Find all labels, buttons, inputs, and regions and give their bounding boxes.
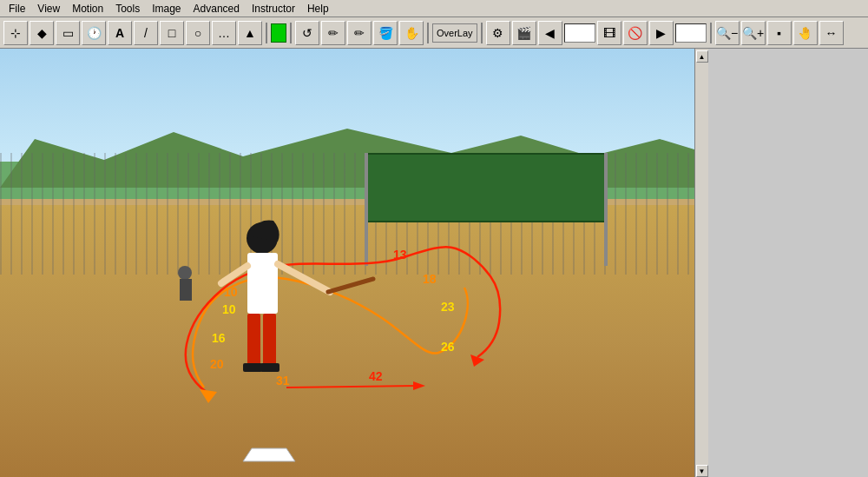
pencil-button[interactable]: ✏ [321, 21, 345, 45]
hand-tool-button[interactable]: ✋ [399, 21, 424, 45]
separator-4 [481, 23, 483, 43]
ellipse-tool-button[interactable]: ○ [186, 21, 210, 45]
select-tool-button[interactable]: ⊹ [3, 21, 28, 45]
scroll-track [696, 63, 708, 465]
main-area: 10 10 16 20 13 18 23 26 31 42 [0, 49, 868, 477]
film-button[interactable]: 🎬 [512, 21, 536, 45]
video-frame: 10 10 16 20 13 18 23 26 31 42 [0, 49, 694, 477]
dotted-tool-button[interactable]: … [212, 21, 236, 45]
frame-count-input[interactable]: 13 [675, 23, 707, 43]
menu-image[interactable]: Image [147, 2, 186, 16]
text-tool-button[interactable]: A [108, 21, 132, 45]
scroll-up-button[interactable]: ▲ [696, 50, 708, 63]
undo-button[interactable]: ↺ [295, 21, 319, 45]
polygon-tool-button[interactable]: ◆ [30, 21, 54, 45]
zoom-in-button[interactable]: 🔍+ [741, 21, 766, 45]
menu-tools[interactable]: Tools [110, 2, 145, 16]
rect-tool-button[interactable]: ▭ [56, 21, 80, 45]
separator-1 [266, 23, 267, 43]
menu-help[interactable]: Help [302, 2, 334, 16]
canvas-area: 10 10 16 20 13 18 23 26 31 42 [0, 49, 694, 477]
menu-instructor[interactable]: Instructor [247, 2, 300, 16]
menu-file[interactable]: File [3, 2, 30, 16]
prev-frame-button[interactable]: ◀ [538, 21, 562, 45]
eraser-button[interactable]: ✏ [347, 21, 372, 45]
overlay-button[interactable]: OverLay [432, 23, 477, 43]
separator-2 [290, 23, 292, 43]
settings-button[interactable]: ⚙ [486, 21, 510, 45]
fill-button[interactable]: 🪣 [373, 21, 398, 45]
menubar: File View Motion Tools Image Advanced In… [0, 0, 868, 17]
separator-5 [710, 23, 712, 43]
menu-view[interactable]: View [32, 2, 65, 16]
frame-number-input[interactable]: 1 [564, 23, 595, 43]
film2-button[interactable]: 🎞 [597, 21, 621, 45]
pan-button[interactable]: 🤚 [793, 21, 818, 45]
scroll-down-button[interactable]: ▼ [696, 465, 708, 477]
line-tool-button[interactable]: / [134, 21, 158, 45]
toolbar: ⊹ ◆ ▭ 🕐 A / □ ○ … ▲ ↺ ✏ ✏ 🪣 ✋ OverLay ⚙ … [0, 17, 868, 49]
stop-button[interactable]: 🚫 [623, 21, 648, 45]
flip-button[interactable]: ↔ [819, 21, 844, 45]
next-frame-button[interactable]: ▶ [649, 21, 674, 45]
zoom-out-button[interactable]: 🔍− [715, 21, 740, 45]
zoom-rect-button[interactable]: ▪ [767, 21, 792, 45]
rectangle-tool-button[interactable]: □ [160, 21, 184, 45]
right-panel: ▲ ▼ [694, 49, 868, 477]
menu-motion[interactable]: Motion [67, 2, 108, 16]
dugout-posts [365, 153, 608, 266]
vertical-scrollbar[interactable]: ▲ ▼ [694, 49, 708, 477]
menu-advanced[interactable]: Advanced [188, 2, 245, 16]
color-indicator[interactable] [271, 23, 286, 43]
clock-tool-button[interactable]: 🕐 [82, 21, 106, 45]
separator-3 [427, 23, 429, 43]
arrow-up-button[interactable]: ▲ [238, 21, 262, 45]
